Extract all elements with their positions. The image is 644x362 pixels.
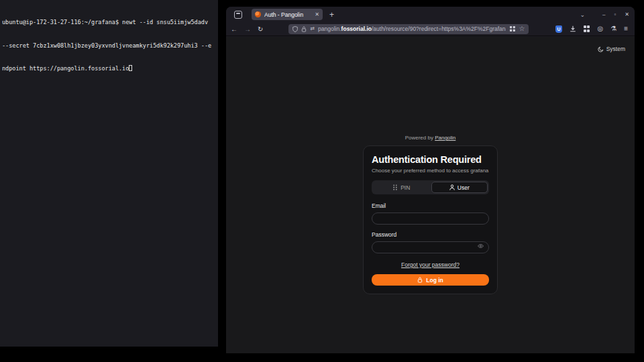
url-path: /auth/resource/90?redirect=https%3A%2F%2… <box>372 25 506 32</box>
tab-user[interactable]: User <box>431 182 488 193</box>
powered-by: Powered by Pangolin <box>363 135 498 141</box>
url-bar[interactable]: ⇄ pangolin.fossorial.io/auth/resource/90… <box>288 24 529 34</box>
url-text[interactable]: pangolin.fossorial.io/auth/resource/90?r… <box>318 25 506 32</box>
tabbar-right-controls: ⌄ – ▫ ✕ <box>580 11 632 18</box>
login-lock-icon <box>417 277 423 283</box>
terminal-line: --secret 7cbz1xw08lh1jbzey03yxvndljvneam… <box>2 42 216 50</box>
pangolin-link[interactable]: Pangolin <box>435 135 455 141</box>
extensions-icon[interactable] <box>584 25 590 32</box>
auth-column: Powered by Pangolin Authentication Requi… <box>363 135 498 294</box>
password-field[interactable] <box>372 241 489 253</box>
keypad-icon <box>392 184 398 190</box>
forgot-password-link[interactable]: Forgot your password? <box>372 261 489 268</box>
url-domain: fossorial.io <box>341 25 372 32</box>
toolbar-icons: U ◎ ⚗ ≡ <box>555 25 630 33</box>
terminal-line-text: ndpoint https://pangolin.fossorial.io <box>2 65 129 72</box>
close-button[interactable]: ✕ <box>625 11 629 17</box>
auth-method-tabs: PIN User <box>372 180 489 194</box>
downloads-icon[interactable] <box>570 25 576 32</box>
tab-title: Auth - Pangolin <box>264 11 311 18</box>
tab-close-icon[interactable]: ✕ <box>315 11 319 17</box>
terminal-line: ndpoint https://pangolin.fossorial.io <box>2 65 216 73</box>
url-prefix: pangolin. <box>318 25 341 32</box>
browser-nav-bar: ← → ↻ ⇄ pangolin.fossorial.io/auth/resou… <box>226 22 635 36</box>
powered-by-text: Powered by <box>405 135 433 141</box>
urlbar-extension-grid-icon[interactable] <box>510 26 515 32</box>
bookmark-star-icon[interactable]: ☆ <box>519 25 525 32</box>
password-wrap <box>372 238 489 253</box>
firefox-view-icon[interactable] <box>234 11 242 19</box>
tab-auth-pangolin[interactable]: Auth - Pangolin ✕ <box>252 9 323 20</box>
recorder-ring-icon[interactable]: ◎ <box>597 25 603 32</box>
back-button[interactable]: ← <box>231 25 237 33</box>
reload-button[interactable]: ↻ <box>258 25 263 33</box>
password-manager-extension-icon[interactable]: U <box>555 25 562 33</box>
auth-card: Authentication Required Choose your pref… <box>363 145 498 294</box>
password-label: Password <box>372 231 489 238</box>
email-label: Email <box>372 202 489 209</box>
flask-extension-icon[interactable]: ⚗ <box>610 25 616 32</box>
menu-icon[interactable]: ≡ <box>624 25 628 32</box>
browser-window: Auth - Pangolin ✕ + ⌄ – ▫ ✕ ← → ↻ ⇄ <box>226 7 635 353</box>
theme-toggle[interactable]: System <box>598 46 625 52</box>
tab-pin-label: PIN <box>400 184 410 191</box>
minimize-button[interactable]: – <box>602 11 605 17</box>
forward-button[interactable]: → <box>244 25 251 33</box>
maximize-button[interactable]: ▫ <box>614 11 616 17</box>
email-field[interactable] <box>372 213 489 225</box>
window-controls: – ▫ ✕ <box>602 11 632 17</box>
terminal-window[interactable]: ubuntu@ip-172-31-27-116:~/grafana$ newt … <box>0 0 218 347</box>
tab-list-chevron-icon[interactable]: ⌄ <box>580 11 585 18</box>
permissions-swap-icon[interactable]: ⇄ <box>310 26 315 32</box>
tab-user-label: User <box>458 184 470 191</box>
card-title: Authentication Required <box>372 154 489 165</box>
pangolin-favicon-icon <box>255 11 261 17</box>
terminal-cursor <box>129 65 132 71</box>
show-password-eye-icon[interactable] <box>478 244 484 248</box>
page-content: System Powered by Pangolin Authenticatio… <box>226 37 635 353</box>
login-button[interactable]: Log in <box>372 274 489 286</box>
lock-icon[interactable] <box>301 26 307 32</box>
new-tab-button[interactable]: + <box>329 10 334 19</box>
login-button-label: Log in <box>426 277 443 284</box>
browser-tab-bar: Auth - Pangolin ✕ + ⌄ – ▫ ✕ <box>226 7 635 22</box>
tracking-protection-shield-icon[interactable] <box>292 26 298 32</box>
moon-icon <box>598 46 604 52</box>
theme-toggle-label: System <box>606 46 625 52</box>
terminal-line: ubuntu@ip-172-31-27-116:~/grafana$ newt … <box>2 19 216 27</box>
user-icon <box>449 184 455 190</box>
tab-pin[interactable]: PIN <box>373 182 430 193</box>
card-subtitle: Choose your preferred method to access g… <box>372 168 489 174</box>
